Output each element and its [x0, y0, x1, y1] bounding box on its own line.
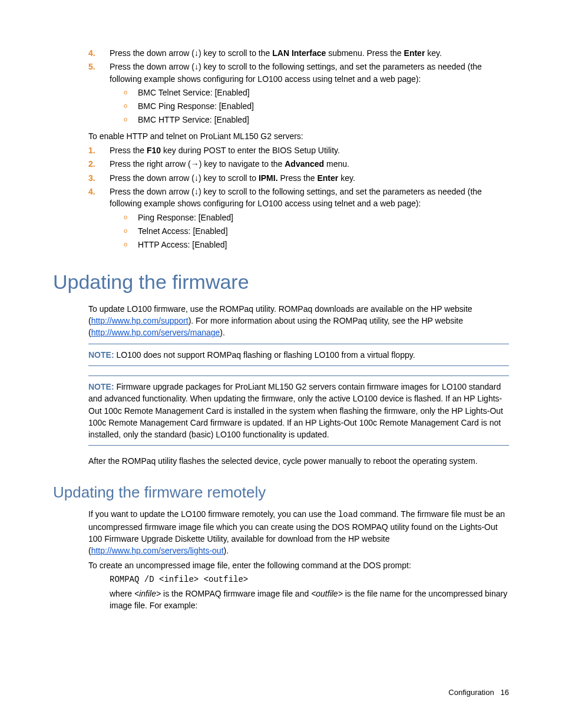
note-body: Firmware upgrade packages for ProLiant M… — [88, 382, 503, 439]
list-item: 5.Press the down arrow (↓) key to scroll… — [88, 61, 509, 127]
list-marker: 4. — [88, 186, 110, 252]
link-hp-servers-manage[interactable]: http://www.hp.com/servers/manage — [91, 328, 220, 337]
list-item: 4.Press the down arrow (↓) key to scroll… — [88, 47, 509, 59]
link-hp-support[interactable]: http://www.hp.com/support — [91, 316, 189, 325]
sub-bullet: oPing Response: [Enabled] — [124, 212, 509, 223]
list-body: Press the down arrow (↓) key to scroll t… — [110, 172, 509, 184]
list-marker: 4. — [88, 47, 110, 59]
sub-bullet-text: BMC HTTP Service: [Enabled] — [138, 114, 249, 126]
list-item: 1.Press the F10 key during POST to enter… — [88, 144, 509, 156]
bullet-icon: o — [124, 100, 138, 112]
bullet-icon: o — [124, 212, 138, 223]
list-body: Press the down arrow (↓) key to scroll t… — [110, 186, 509, 252]
list-body: Press the F10 key during POST to enter t… — [110, 144, 509, 156]
list-item: 4.Press the down arrow (↓) key to scroll… — [88, 186, 509, 252]
link-hp-lights-out[interactable]: http://www.hp.com/servers/lights-out — [91, 546, 224, 555]
bullet-icon: o — [124, 225, 138, 237]
bullet-icon: o — [124, 87, 138, 98]
note-body: LO100 does not support ROMPaq flashing o… — [114, 350, 415, 360]
list-marker: 1. — [88, 144, 110, 156]
paragraph: To enable HTTP and telnet on ProLiant ML… — [88, 130, 509, 142]
paragraph: where <infile> is the ROMPAQ firmware im… — [110, 588, 509, 612]
paragraph: To update LO100 firmware, use the ROMPaq… — [88, 303, 509, 339]
page-footer: Configuration 16 — [448, 687, 509, 699]
inline-code: load — [338, 510, 358, 519]
list-item: 3.Press the down arrow (↓) key to scroll… — [88, 172, 509, 184]
list-item: 2.Press the right arrow (→) key to navig… — [88, 158, 509, 170]
sub-bullet-text: BMC Telnet Service: [Enabled] — [138, 87, 250, 98]
note-box: NOTE: LO100 does not support ROMPaq flas… — [88, 344, 509, 366]
list-body: Press the down arrow (↓) key to scroll t… — [110, 47, 509, 59]
sub-bullet: oBMC Ping Response: [Enabled] — [124, 100, 509, 112]
note-label: NOTE: — [88, 382, 114, 391]
sub-bullet-text: BMC Ping Response: [Enabled] — [138, 100, 254, 112]
heading-updating-firmware-remotely: Updating the firmware remotely — [53, 482, 509, 504]
bullet-icon: o — [124, 114, 138, 126]
list-body: Press the down arrow (↓) key to scroll t… — [110, 61, 509, 127]
placeholder-outfile: <outfile> — [311, 589, 343, 598]
sub-bullet-text: HTTP Access: [Enabled] — [138, 239, 227, 251]
sub-bullet-text: Ping Response: [Enabled] — [138, 212, 233, 223]
sub-bullet: oBMC HTTP Service: [Enabled] — [124, 114, 509, 126]
placeholder-infile: <infile> — [134, 589, 161, 598]
note-label: NOTE: — [88, 350, 114, 360]
list-marker: 5. — [88, 61, 110, 127]
heading-updating-firmware: Updating the firmware — [53, 268, 509, 297]
paragraph: If you want to update the LO100 firmware… — [88, 508, 509, 556]
list-marker: 2. — [88, 158, 110, 170]
sub-bullet: oHTTP Access: [Enabled] — [124, 239, 509, 251]
list-marker: 3. — [88, 172, 110, 184]
note-box: NOTE: Firmware upgrade packages for ProL… — [88, 375, 509, 446]
list-body: Press the right arrow (→) key to navigat… — [110, 158, 509, 170]
bullet-icon: o — [124, 239, 138, 251]
paragraph: After the ROMPaq utility flashes the sel… — [88, 455, 509, 467]
sub-bullet: oTelnet Access: [Enabled] — [124, 225, 509, 237]
code-block: ROMPAQ /D <infile> <outfile> — [110, 574, 509, 585]
sub-bullet: oBMC Telnet Service: [Enabled] — [124, 87, 509, 98]
sub-bullet-text: Telnet Access: [Enabled] — [138, 225, 228, 237]
paragraph: To create an uncompressed image file, en… — [88, 559, 509, 571]
